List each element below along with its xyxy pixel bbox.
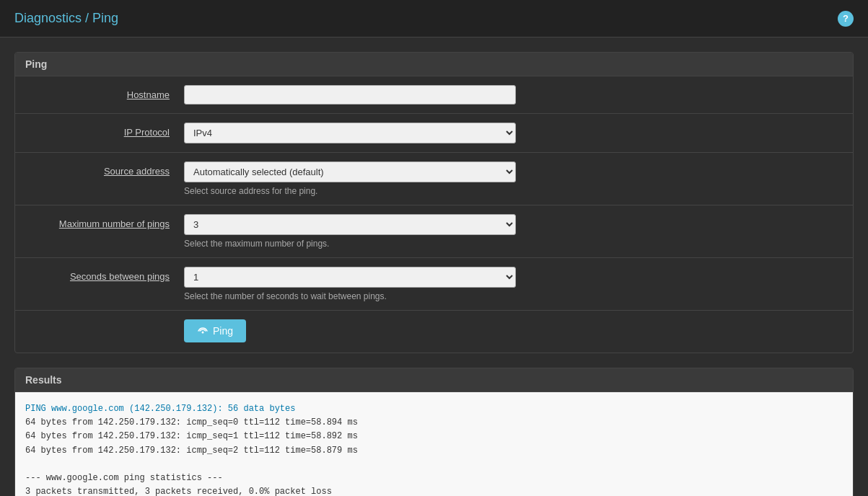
ip-protocol-row: IP Protocol IPv4IPv6 bbox=[15, 114, 853, 153]
seconds-between-label-link[interactable]: Seconds between pings bbox=[70, 271, 170, 282]
hostname-row: Hostname www.google.com bbox=[15, 76, 853, 114]
ping-button-label: Ping bbox=[213, 325, 233, 337]
result-line: PING www.google.com (142.250.179.132): 5… bbox=[25, 402, 843, 416]
ip-protocol-select[interactable]: IPv4IPv6 bbox=[184, 123, 516, 143]
ip-protocol-label-link[interactable]: IP Protocol bbox=[124, 127, 170, 138]
source-address-content: Automatically selected (default) Select … bbox=[184, 161, 843, 196]
ping-button[interactable]: Ping bbox=[184, 319, 246, 342]
hostname-label: Hostname bbox=[25, 85, 184, 100]
result-line: 64 bytes from 142.250.179.132: icmp_seq=… bbox=[25, 416, 843, 430]
ping-panel: Ping Hostname www.google.com IP Protocol… bbox=[14, 52, 854, 353]
max-pings-label: Maximum number of pings bbox=[25, 214, 184, 229]
seconds-between-hint: Select the number of seconds to wait bet… bbox=[184, 291, 843, 301]
result-line: 3 packets transmitted, 3 packets receive… bbox=[25, 485, 843, 496]
seconds-between-row: Seconds between pings 12345 Select the n… bbox=[15, 258, 853, 311]
signal-icon bbox=[197, 325, 209, 337]
button-row: Ping bbox=[15, 311, 853, 353]
result-line: --- www.google.com ping statistics --- bbox=[25, 471, 843, 485]
hostname-content: www.google.com bbox=[184, 85, 843, 105]
source-address-select[interactable]: Automatically selected (default) bbox=[184, 161, 516, 182]
breadcrumb: Diagnostics / Ping bbox=[14, 11, 118, 26]
results-panel-title: Results bbox=[15, 368, 853, 392]
help-icon[interactable]: ? bbox=[838, 11, 854, 27]
ping-panel-title: Ping bbox=[15, 53, 853, 76]
header: Diagnostics / Ping ? bbox=[0, 0, 868, 37]
max-pings-label-link[interactable]: Maximum number of pings bbox=[59, 218, 170, 229]
results-body: PING www.google.com (142.250.179.132): 5… bbox=[15, 392, 853, 496]
svg-point-0 bbox=[202, 332, 204, 334]
hostname-input[interactable]: www.google.com bbox=[184, 85, 516, 105]
hostname-label-link[interactable]: Hostname bbox=[127, 89, 170, 100]
breadcrumb-current: Ping bbox=[92, 11, 118, 25]
source-address-row: Source address Automatically selected (d… bbox=[15, 153, 853, 205]
max-pings-select[interactable]: 12345678910 bbox=[184, 214, 516, 235]
breadcrumb-base: Diagnostics / bbox=[14, 11, 92, 25]
result-line: 64 bytes from 142.250.179.132: icmp_seq=… bbox=[25, 444, 843, 458]
main-content: Ping Hostname www.google.com IP Protocol… bbox=[0, 37, 868, 496]
max-pings-content: 12345678910 Select the maximum number of… bbox=[184, 214, 843, 249]
seconds-between-content: 12345 Select the number of seconds to wa… bbox=[184, 267, 843, 301]
ip-protocol-label: IP Protocol bbox=[25, 123, 184, 138]
max-pings-hint: Select the maximum number of pings. bbox=[184, 239, 843, 249]
result-line: 64 bytes from 142.250.179.132: icmp_seq=… bbox=[25, 430, 843, 443]
source-address-hint: Select source address for the ping. bbox=[184, 186, 843, 196]
source-address-label-link[interactable]: Source address bbox=[104, 166, 170, 177]
source-address-label: Source address bbox=[25, 161, 184, 177]
results-panel: Results PING www.google.com (142.250.179… bbox=[14, 368, 854, 496]
ip-protocol-content: IPv4IPv6 bbox=[184, 123, 843, 143]
max-pings-row: Maximum number of pings 12345678910 Sele… bbox=[15, 205, 853, 258]
seconds-between-select[interactable]: 12345 bbox=[184, 267, 516, 288]
seconds-between-label: Seconds between pings bbox=[25, 267, 184, 282]
